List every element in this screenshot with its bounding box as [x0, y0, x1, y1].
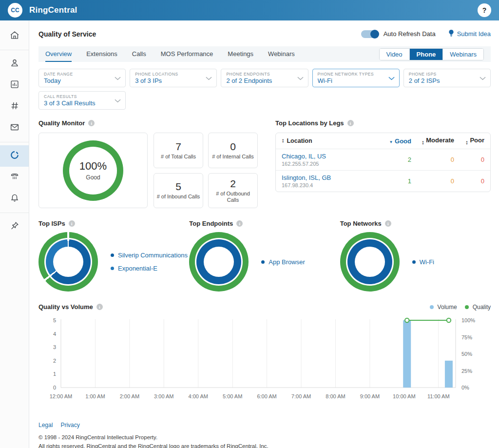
info-icon[interactable]: i [385, 220, 391, 227]
sort-desc-icon[interactable]: ▼ [389, 140, 393, 144]
footer: Legal Privacy © 1998 - 2024 RingCentral … [38, 422, 491, 448]
legend-dot [412, 260, 416, 264]
locations-table: ▲▼ Location ▼ Good ▲▼ Moderate ▲▼ [275, 133, 491, 192]
filter-label: PHONE ENDPOINTS [226, 72, 294, 77]
isps-donut-chart[interactable] [38, 232, 98, 292]
svg-text:7:00 AM: 7:00 AM [291, 393, 311, 399]
info-icon[interactable]: i [347, 120, 354, 126]
svg-text:6:00 AM: 6:00 AM [257, 393, 276, 399]
column-poor[interactable]: Poor [470, 136, 484, 144]
info-icon[interactable]: i [236, 220, 243, 227]
tab-calls[interactable]: Calls [132, 46, 146, 62]
legend-item-wifi[interactable]: Wi-Fi [412, 258, 434, 266]
submit-idea-button[interactable]: Submit Idea [448, 29, 491, 39]
top-endpoints-section: Top Endpoints i App Browser [189, 220, 340, 292]
app-window: CC RingCentral ? [0, 0, 499, 448]
help-button[interactable]: ? [478, 3, 491, 17]
chevron-down-icon [206, 74, 212, 82]
location-ip: 162.255.57.205 [282, 161, 319, 167]
stat-value: 0 [230, 141, 236, 153]
svg-text:5:00 AM: 5:00 AM [223, 393, 242, 399]
stat-outbound-calls: 2 # of Outbound Calls [208, 173, 258, 209]
sidebar-item-pinned[interactable] [0, 216, 29, 237]
mode-phone-button[interactable]: Phone [410, 49, 443, 60]
phone-endpoints-dropdown[interactable]: PHONE ENDPOINTS 2 of 2 Endpoints [221, 69, 308, 87]
auto-refresh-toggle[interactable] [361, 30, 379, 38]
svg-text:75%: 75% [461, 334, 472, 340]
mode-switch: Video Phone Webinars [379, 48, 484, 60]
svg-text:4: 4 [53, 331, 56, 337]
poor-count: 0 [454, 156, 484, 163]
sidebar-item-contacts[interactable] [0, 53, 29, 75]
locations-table-header: ▲▼ Location ▼ Good ▲▼ Moderate ▲▼ [276, 133, 490, 149]
top-isps-section: Top ISPs i Silverip Communications [38, 220, 189, 292]
sidebar-item-analytics[interactable] [0, 75, 29, 96]
legend-dot [430, 305, 434, 309]
svg-text:50%: 50% [461, 351, 472, 357]
svg-text:25%: 25% [461, 368, 472, 374]
tab-mos-performance[interactable]: MOS Performance [161, 46, 213, 62]
mode-webinars-button[interactable]: Webinars [443, 49, 483, 60]
endpoints-donut-chart[interactable] [189, 232, 249, 292]
sort-icon[interactable]: ▲▼ [282, 138, 284, 143]
phone-isps-dropdown[interactable]: PHONE ISPS 2 of 2 ISPs [403, 69, 491, 87]
auto-refresh-label: Auto Refresh Data [384, 30, 436, 38]
location-link[interactable]: Chicago, IL, US [282, 153, 326, 160]
legend-item-exponential[interactable]: Exponential-E [111, 265, 188, 272]
account-avatar[interactable]: CC [8, 3, 22, 18]
stat-total-calls: 7 # of Total Calls [154, 133, 203, 168]
date-range-dropdown[interactable]: DATE RANGE Today [38, 69, 126, 87]
sidebar-item-messages[interactable] [0, 117, 29, 139]
location-link[interactable]: Islington, ISL, GB [282, 174, 331, 181]
phone-locations-dropdown[interactable]: PHONE LOCATIONS 3 of 3 IPs [130, 69, 217, 87]
privacy-link[interactable]: Privacy [60, 422, 79, 429]
sort-icon[interactable]: ▲▼ [422, 140, 424, 145]
info-icon[interactable]: i [69, 220, 75, 227]
legend-item-volume[interactable]: Volume [430, 304, 457, 311]
info-icon[interactable]: i [88, 120, 95, 126]
svg-text:0%: 0% [461, 385, 469, 390]
sidebar-item-alerts[interactable] [0, 188, 29, 210]
phone-network-types-dropdown[interactable]: PHONE NETWORK TYPES Wi-Fi [312, 69, 400, 87]
top-networks-title: Top Networks [340, 220, 382, 227]
desk-phone-icon [9, 171, 20, 184]
tab-overview[interactable]: Overview [45, 46, 72, 62]
info-icon[interactable]: i [96, 304, 103, 310]
moderate-count: 0 [411, 156, 454, 163]
chevron-down-icon [480, 74, 486, 82]
filter-label: DATE RANGE [44, 72, 112, 77]
pin-icon [9, 220, 20, 233]
legend-item-silverip[interactable]: Silverip Communications [111, 252, 188, 259]
sidebar-item-channels[interactable] [0, 96, 29, 117]
call-results-dropdown[interactable]: CALL RESULTS 3 of 3 Call Results [38, 91, 126, 110]
networks-donut-chart[interactable] [340, 232, 400, 292]
svg-text:2:00 AM: 2:00 AM [120, 393, 139, 399]
legend-item-app-browser[interactable]: App Browser [261, 258, 305, 266]
sidebar-divider [0, 213, 29, 213]
legend-label: App Browser [269, 258, 305, 266]
tab-webinars[interactable]: Webinars [268, 46, 295, 62]
quality-volume-chart[interactable]: 12:00 AM1:00 AM2:00 AM3:00 AM4:00 AM5:00… [38, 313, 491, 405]
filter-label: PHONE LOCATIONS [135, 72, 203, 77]
mode-video-button[interactable]: Video [380, 49, 410, 60]
qos-donut-icon [9, 150, 20, 162]
tab-meetings[interactable]: Meetings [228, 46, 253, 62]
column-good[interactable]: Good [395, 137, 411, 145]
column-moderate[interactable]: Moderate [426, 136, 454, 144]
filter-value: 3 of 3 Call Results [44, 99, 112, 107]
column-location[interactable]: Location [287, 137, 312, 144]
sidebar-item-qos[interactable] [0, 145, 29, 167]
svg-text:12:00 AM: 12:00 AM [50, 393, 72, 399]
filter-value: 2 of 2 ISPs [409, 77, 477, 84]
tab-extensions[interactable]: Extensions [86, 46, 117, 62]
legal-link[interactable]: Legal [38, 422, 53, 429]
filter-label: CALL RESULTS [44, 94, 112, 99]
top-endpoints-title: Top Endpoints [189, 220, 233, 227]
chart-title: Quality vs Volume [38, 303, 93, 311]
sort-icon[interactable]: ▲▼ [465, 140, 468, 145]
top-isps-title: Top ISPs [38, 220, 65, 227]
sidebar-item-home[interactable] [0, 25, 29, 47]
sidebar-item-phone-system[interactable] [0, 167, 29, 188]
chart-legend: Volume Quality [430, 304, 491, 311]
legend-item-quality[interactable]: Quality [465, 304, 491, 311]
